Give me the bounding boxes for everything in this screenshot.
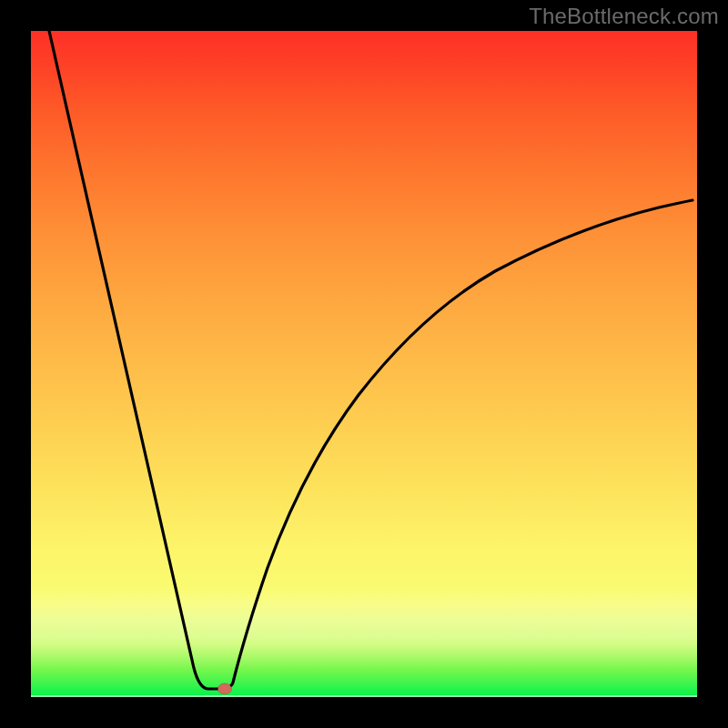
plot-area bbox=[31, 31, 697, 697]
chart-frame: TheBottleneck.com bbox=[0, 0, 728, 728]
bottleneck-curve bbox=[31, 31, 697, 697]
valley-marker bbox=[218, 683, 232, 694]
curve-left-branch bbox=[49, 31, 220, 689]
plot-border bbox=[0, 0, 728, 728]
curve-right-branch bbox=[220, 200, 693, 689]
watermark-text: TheBottleneck.com bbox=[529, 4, 719, 29]
